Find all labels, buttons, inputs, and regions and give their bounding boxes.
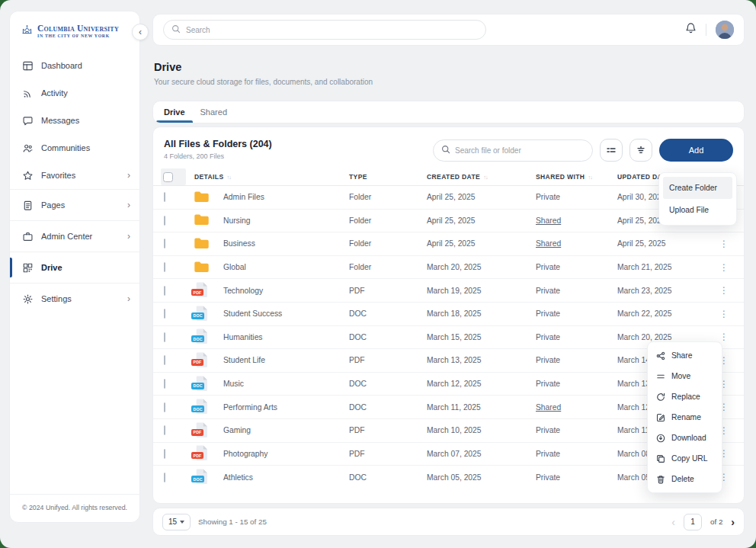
row-actions-kebab-icon[interactable]: ⋮ — [715, 285, 733, 296]
row-checkbox[interactable] — [164, 473, 165, 482]
drive-tabs: DriveShared — [152, 101, 745, 123]
next-page-button[interactable]: › — [731, 516, 735, 528]
sort-arrows-icon[interactable]: ↑↓ — [588, 174, 592, 181]
context-menu-item-rename[interactable]: Rename — [648, 407, 722, 428]
shared-with: Private — [536, 450, 617, 458]
select-all-checkbox[interactable] — [163, 172, 173, 182]
context-menu-item-share[interactable]: Share — [648, 345, 722, 366]
global-search[interactable] — [163, 20, 486, 40]
file-name[interactable]: Student Life — [223, 356, 349, 364]
sidebar-item-communities[interactable]: Communities — [10, 134, 139, 162]
bell-icon[interactable] — [685, 22, 697, 37]
created-date: March 07, 2025 — [427, 450, 536, 458]
file-name[interactable]: Technology — [223, 287, 349, 295]
file-name[interactable]: Student Success — [223, 309, 349, 318]
context-menu-item-replace[interactable]: Replace — [648, 386, 722, 407]
shared-with: Private — [536, 309, 617, 318]
file-name[interactable]: Music — [223, 380, 349, 388]
column-header-shared-with[interactable]: Shared With↑↓ — [536, 173, 617, 181]
file-search-input[interactable] — [455, 146, 585, 155]
table-row[interactable]: DOCStudent SuccessDOCMarch 18, 2025Priva… — [153, 303, 744, 326]
column-header-details[interactable]: Details↑↓ — [194, 173, 349, 181]
file-name[interactable]: Athletics — [223, 473, 349, 482]
app-window: Columbia University In the City of New Y… — [0, 0, 756, 548]
row-checkbox[interactable] — [164, 332, 165, 342]
table-row[interactable]: Admin FilesFolderApril 25, 2025PrivateAp… — [153, 186, 744, 210]
page-size-select[interactable]: 15 — [162, 514, 191, 530]
shared-with: Private — [536, 287, 617, 295]
created-date: April 25, 2025 — [427, 193, 536, 201]
file-name[interactable]: Admin Files — [223, 193, 349, 201]
sidebar-item-drive[interactable]: Drive — [10, 252, 139, 283]
sidebar-collapse-button[interactable]: ‹ — [132, 24, 149, 40]
row-actions-kebab-icon[interactable]: ⋮ — [715, 239, 733, 249]
sort-arrows-icon[interactable]: ↑↓ — [483, 174, 488, 181]
shared-with[interactable]: Shared — [536, 239, 617, 248]
move-icon — [656, 372, 665, 381]
doc-file-icon: DOC — [194, 398, 210, 415]
sidebar-item-messages[interactable]: Messages — [10, 107, 139, 134]
shared-with[interactable]: Shared — [536, 216, 617, 225]
copy-icon — [656, 454, 665, 463]
row-checkbox[interactable] — [164, 449, 165, 459]
shared-with: Private — [536, 193, 617, 201]
menu-item-upload-file[interactable]: Upload File — [663, 199, 732, 221]
file-name[interactable]: Gaming — [223, 426, 349, 434]
sort-button[interactable] — [600, 139, 623, 162]
chevron-right-icon: › — [127, 170, 130, 181]
add-button[interactable]: Add — [659, 139, 733, 162]
header-checkbox-cell — [161, 168, 186, 185]
table-row[interactable]: GlobalFolderMarch 20, 2025PrivateMarch 2… — [153, 256, 744, 280]
row-actions-kebab-icon[interactable]: ⋮ — [715, 309, 733, 319]
shared-with[interactable]: Shared — [536, 403, 617, 412]
menu-item-create-folder[interactable]: Create Folder — [663, 177, 732, 199]
current-page-input[interactable]: 1 — [684, 514, 702, 530]
file-name[interactable]: Business — [223, 239, 349, 248]
row-checkbox[interactable] — [164, 402, 165, 412]
table-row[interactable]: NursingFolderApril 25, 2025SharedApril 2… — [153, 210, 744, 233]
context-menu-item-delete[interactable]: Delete — [648, 469, 722, 489]
row-checkbox[interactable] — [164, 192, 165, 202]
sidebar-item-admin-center[interactable]: Admin Center› — [10, 220, 139, 252]
row-checkbox[interactable] — [164, 286, 165, 296]
pdf-file-icon: PDF — [194, 444, 210, 461]
context-menu-item-copy-url[interactable]: Copy URL — [648, 448, 722, 469]
row-checkbox[interactable] — [164, 262, 165, 272]
filter-button[interactable] — [629, 139, 652, 162]
row-checkbox[interactable] — [164, 216, 165, 226]
avatar[interactable] — [716, 21, 734, 39]
chevron-right-icon: › — [127, 293, 130, 304]
sidebar-item-settings[interactable]: Settings› — [10, 283, 139, 314]
row-checkbox[interactable] — [164, 425, 165, 435]
created-date: March 15, 2025 — [427, 333, 536, 341]
context-menu-item-download[interactable]: Download — [648, 428, 722, 448]
file-search[interactable] — [433, 139, 593, 162]
row-checkbox[interactable] — [164, 355, 165, 365]
sidebar-item-dashboard[interactable]: Dashboard — [10, 52, 139, 79]
tab-shared[interactable]: Shared — [193, 101, 235, 123]
row-checkbox[interactable] — [164, 239, 165, 248]
row-checkbox[interactable] — [164, 379, 165, 389]
table-row[interactable]: PDFTechnologyPDFMarch 19, 2025PrivateMar… — [153, 279, 744, 303]
sidebar-item-pages[interactable]: Pages› — [10, 189, 139, 220]
file-name[interactable]: Global — [223, 263, 349, 271]
folder-icon — [194, 235, 210, 252]
row-checkbox[interactable] — [164, 309, 165, 319]
sort-arrows-icon[interactable]: ↑↓ — [227, 174, 232, 181]
sidebar-item-activity[interactable]: Activity — [10, 79, 139, 107]
table-row[interactable]: BusinessFolderApril 25, 2025SharedApril … — [153, 232, 744, 256]
tab-drive[interactable]: Drive — [156, 101, 193, 123]
sidebar-item-favorites[interactable]: Favorites› — [10, 162, 139, 189]
page-subtitle: Your secure cloud storage for files, doc… — [154, 78, 373, 86]
file-name[interactable]: Performing Arts — [223, 403, 349, 412]
page-of-label: of 2 — [710, 518, 722, 526]
prev-page-button[interactable]: ‹ — [671, 516, 675, 528]
file-name[interactable]: Nursing — [223, 216, 349, 225]
global-search-input[interactable] — [186, 26, 478, 34]
sidebar-item-label: Activity — [41, 88, 130, 98]
file-name[interactable]: Humanities — [223, 333, 349, 341]
file-name[interactable]: Photography — [223, 450, 349, 458]
context-menu-item-move[interactable]: Move — [648, 366, 722, 386]
row-actions-kebab-icon[interactable]: ⋮ — [715, 262, 733, 273]
column-header-created-date[interactable]: Created Date↑↓ — [427, 173, 536, 181]
